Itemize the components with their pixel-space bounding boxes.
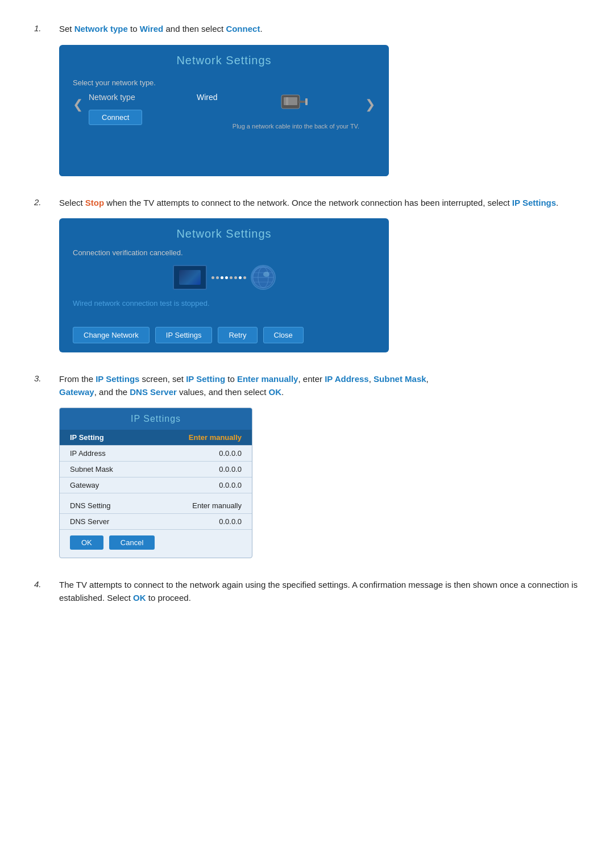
network-type-row: Network type Wired — [89, 93, 221, 102]
network-settings-subtitle-1: Select your network type. — [73, 78, 375, 87]
network-box2-buttons: Change Network IP Settings Retry Close — [73, 327, 375, 343]
tv-screen-image — [179, 270, 201, 285]
ip-settings-box: IP Settings IP Setting Enter manually IP… — [59, 408, 252, 558]
ip-address-row: IP Address 0.0.0.0 — [60, 446, 252, 462]
dot-2 — [216, 276, 219, 279]
network-settings-title-1: Network Settings — [59, 45, 389, 73]
step-1: 1. Set Network type to Wired and then se… — [34, 23, 580, 176]
dns-server-label: DNS Server — [60, 514, 149, 530]
retry-button[interactable]: Retry — [218, 327, 257, 343]
step-3-keyword-ip-address: IP Address — [325, 374, 369, 384]
step-2-content: Select Stop when the TV attempts to conn… — [59, 197, 580, 353]
ip-settings-title: IP Settings — [60, 408, 252, 430]
step-2-text: Select Stop when the TV attempts to conn… — [59, 197, 580, 210]
step-3-keyword-ip-setting: IP Setting — [186, 374, 225, 384]
ip-address-label: IP Address — [60, 446, 149, 462]
ip-cancel-button[interactable]: Cancel — [109, 535, 155, 550]
dot-8 — [243, 276, 246, 279]
network-right-nav[interactable]: ❯ — [365, 97, 375, 112]
subnet-mask-label: Subnet Mask — [60, 462, 149, 477]
step-1-keyword-wired: Wired — [140, 24, 164, 34]
gateway-label: Gateway — [60, 477, 149, 493]
connect-button[interactable]: Connect — [89, 110, 142, 125]
cable-instruction-text: Plug a network cable into the back of yo… — [233, 122, 359, 131]
network-settings-title-2: Network Settings — [59, 218, 389, 246]
network-settings-body-1: Select your network type. ❮ Network type… — [59, 73, 389, 176]
step-3-keyword-subnet-mask: Subnet Mask — [374, 374, 426, 384]
dot-7 — [239, 276, 242, 279]
ip-settings-table: IP Setting Enter manually IP Address 0.0… — [60, 430, 252, 530]
network-type-label: Network type — [89, 93, 163, 102]
cable-icon — [280, 93, 311, 120]
step-number-3: 3. — [34, 373, 50, 558]
cancelled-text: Connection verification cancelled. — [73, 248, 375, 257]
step-1-content: Set Network type to Wired and then selec… — [59, 23, 580, 176]
ip-ok-button[interactable]: OK — [70, 535, 103, 550]
cable-icon-area: Plug a network cable into the back of yo… — [233, 93, 359, 131]
network-settings-box-2: Network Settings Connection verification… — [59, 218, 389, 352]
ip-settings-button[interactable]: IP Settings — [155, 327, 213, 343]
step-2: 2. Select Stop when the TV attempts to c… — [34, 197, 580, 353]
step-number-4: 4. — [34, 579, 50, 613]
step-3-text: From the IP Settings screen, set IP Sett… — [59, 373, 580, 398]
tv-screen — [179, 270, 201, 285]
dot-3 — [221, 276, 223, 279]
svg-point-10 — [263, 272, 269, 277]
globe-svg — [252, 266, 275, 289]
dots-line — [207, 276, 251, 279]
subnet-mask-row: Subnet Mask 0.0.0.0 — [60, 462, 252, 477]
dns-setting-label: DNS Setting — [60, 493, 149, 514]
tv-icon — [173, 265, 207, 290]
connection-diagram — [73, 265, 375, 290]
ip-setting-label: IP Setting — [60, 430, 149, 446]
step-4: 4. The TV attempts to connect to the net… — [34, 579, 580, 613]
close-button[interactable]: Close — [263, 327, 304, 343]
step-1-keyword-connect: Connect — [226, 24, 260, 34]
step-3-keyword-dns-server: DNS Server — [130, 387, 177, 397]
ip-setting-row: IP Setting Enter manually — [60, 430, 252, 446]
step-number-2: 2. — [34, 197, 50, 353]
ip-settings-buttons: OK Cancel — [60, 530, 252, 558]
globe-icon — [251, 265, 276, 290]
ip-address-value: 0.0.0.0 — [149, 446, 252, 462]
step-2-keyword-ip-settings: IP Settings — [512, 198, 556, 207]
network-settings-body-2: Connection verification cancelled. — [59, 246, 389, 352]
step-3: 3. From the IP Settings screen, set IP S… — [34, 373, 580, 558]
step-4-content: The TV attempts to connect to the networ… — [59, 579, 580, 613]
step-4-text: The TV attempts to connect to the networ… — [59, 579, 580, 604]
stopped-text: Wired network connection test is stopped… — [73, 299, 375, 308]
dns-setting-row: DNS Setting Enter manually — [60, 493, 252, 514]
change-network-button[interactable]: Change Network — [73, 327, 150, 343]
svg-rect-1 — [284, 97, 297, 105]
svg-rect-4 — [305, 98, 308, 105]
dot-5 — [230, 276, 233, 279]
dns-server-row: DNS Server 0.0.0.0 — [60, 514, 252, 530]
step-3-keyword-enter-manually: Enter manually — [237, 374, 298, 384]
step-1-keyword-network-type: Network type — [74, 24, 128, 34]
step-1-text: Set Network type to Wired and then selec… — [59, 23, 580, 36]
step-3-keyword-gateway: Gateway — [59, 387, 94, 397]
network-settings-box-1: Network Settings Select your network typ… — [59, 45, 389, 176]
ip-setting-value: Enter manually — [149, 430, 252, 446]
subnet-mask-value: 0.0.0.0 — [149, 462, 252, 477]
dns-setting-value: Enter manually — [149, 493, 252, 514]
gateway-value: 0.0.0.0 — [149, 477, 252, 493]
dot-1 — [211, 276, 214, 279]
step-3-keyword-ip-settings: IP Settings — [96, 374, 139, 384]
step-number-1: 1. — [34, 23, 50, 176]
step-3-keyword-ok: OK — [269, 387, 282, 397]
dot-6 — [234, 276, 237, 279]
dot-4 — [225, 276, 228, 279]
dns-server-value: 0.0.0.0 — [149, 514, 252, 530]
gateway-row: Gateway 0.0.0.0 — [60, 477, 252, 493]
network-type-value: Wired — [197, 93, 218, 102]
step-2-keyword-stop: Stop — [85, 198, 104, 207]
network-left-nav[interactable]: ❮ — [73, 97, 83, 112]
step-4-keyword-ok: OK — [133, 593, 146, 603]
svg-rect-2 — [286, 97, 288, 105]
step-3-content: From the IP Settings screen, set IP Sett… — [59, 373, 580, 558]
